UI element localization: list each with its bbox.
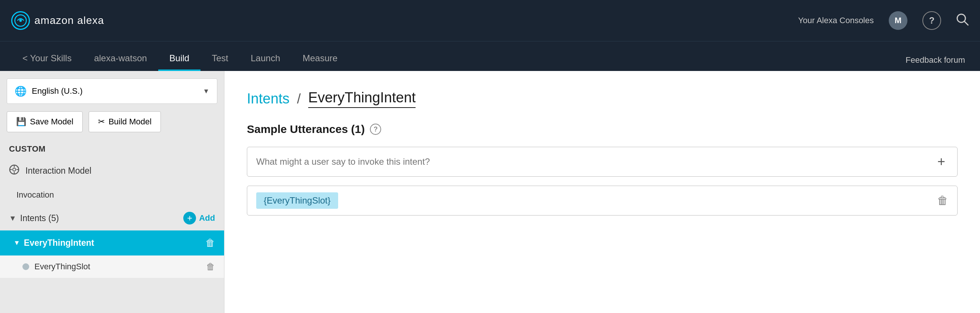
- nav-build[interactable]: Build: [158, 53, 200, 71]
- interaction-model-label: Interaction Model: [25, 166, 91, 176]
- nav-right: Your Alexa Consoles M ?: [798, 11, 969, 30]
- add-circle-icon: +: [183, 212, 196, 224]
- nav-measure[interactable]: Measure: [291, 53, 348, 71]
- breadcrumb: Intents / EveryThingIntent: [247, 90, 958, 108]
- interaction-model-icon: [9, 164, 19, 177]
- sample-utterances-label: Sample Utterances (1): [247, 123, 365, 136]
- secondary-navbar: < Your Skills alexa-watson Build Test La…: [0, 41, 980, 71]
- intent-chevron-icon: ▼: [13, 239, 20, 247]
- avatar[interactable]: M: [889, 11, 907, 30]
- intents-chevron-icon[interactable]: ▼: [9, 214, 16, 223]
- search-button[interactable]: [956, 13, 969, 28]
- slot-dot-icon: [22, 263, 29, 270]
- delete-intent-icon[interactable]: 🗑: [205, 237, 215, 249]
- intent-item-everythingintent[interactable]: ▼ EveryThingIntent 🗑: [0, 231, 224, 256]
- slot-item-everythingslot[interactable]: EveryThingSlot 🗑: [0, 256, 224, 278]
- sidebar-item-interaction-model[interactable]: Interaction Model: [0, 158, 224, 184]
- build-model-button[interactable]: ✂ Build Model: [89, 111, 161, 132]
- add-utterance-button[interactable]: +: [934, 154, 948, 169]
- model-buttons: 💾 Save Model ✂ Build Model: [0, 111, 224, 139]
- logo-icon: [11, 11, 30, 30]
- breadcrumb-current: EveryThingIntent: [308, 90, 415, 108]
- feedback-forum-link[interactable]: Feedback forum: [905, 55, 980, 71]
- utterance-item: {EveryThingSlot} 🗑: [247, 186, 958, 215]
- add-label: Add: [199, 213, 215, 223]
- delete-utterance-icon[interactable]: 🗑: [937, 194, 948, 207]
- breadcrumb-separator: /: [297, 91, 301, 107]
- svg-point-1: [19, 19, 22, 22]
- nav-launch[interactable]: Launch: [239, 53, 291, 71]
- add-intent-button[interactable]: + Add: [183, 212, 215, 224]
- logo: amazon alexa: [11, 11, 104, 30]
- language-selector[interactable]: 🌐 English (U.S.) ▼: [7, 78, 217, 104]
- language-label: English (U.S.): [32, 86, 83, 96]
- sidebar: 🌐 English (U.S.) ▼ 💾 Save Model ✂ Build …: [0, 71, 224, 313]
- nav-skill-name[interactable]: alexa-watson: [83, 53, 158, 71]
- svg-point-5: [13, 168, 16, 171]
- top-navbar: amazon alexa Your Alexa Consoles M ?: [0, 0, 980, 41]
- globe-icon: 🌐: [14, 85, 27, 97]
- intent-name: EveryThingIntent: [24, 238, 94, 248]
- section-title: Sample Utterances (1) ?: [247, 123, 958, 136]
- svg-line-3: [964, 21, 968, 25]
- delete-slot-icon[interactable]: 🗑: [206, 261, 215, 272]
- intents-header: ▼ Intents (5) + Add: [0, 206, 224, 231]
- custom-section-label: CUSTOM: [0, 139, 224, 158]
- logo-text: amazon alexa: [34, 14, 104, 27]
- save-icon: 💾: [16, 117, 26, 126]
- utterance-input[interactable]: [256, 156, 934, 167]
- nav-left: amazon alexa: [11, 11, 104, 30]
- nav-test[interactable]: Test: [200, 53, 239, 71]
- sidebar-item-invocation[interactable]: Invocation: [0, 184, 224, 206]
- save-model-button[interactable]: 💾 Save Model: [7, 111, 83, 132]
- utterance-input-box: +: [247, 147, 958, 177]
- nav-your-skills[interactable]: < Your Skills: [11, 53, 83, 71]
- chevron-down-icon: ▼: [203, 87, 210, 95]
- build-icon: ✂: [98, 117, 105, 126]
- help-button[interactable]: ?: [923, 11, 941, 30]
- main-layout: 🌐 English (U.S.) ▼ 💾 Save Model ✂ Build …: [0, 71, 980, 313]
- help-circle-icon[interactable]: ?: [370, 123, 381, 135]
- invocation-label: Invocation: [16, 190, 54, 199]
- breadcrumb-intents-link[interactable]: Intents: [247, 91, 290, 107]
- slot-name: EveryThingSlot: [34, 262, 90, 272]
- intents-label[interactable]: Intents (5): [20, 213, 59, 223]
- slot-tag[interactable]: {EveryThingSlot}: [256, 192, 338, 209]
- main-content: Intents / EveryThingIntent Sample Uttera…: [224, 71, 980, 313]
- your-consoles-link[interactable]: Your Alexa Consoles: [798, 16, 874, 25]
